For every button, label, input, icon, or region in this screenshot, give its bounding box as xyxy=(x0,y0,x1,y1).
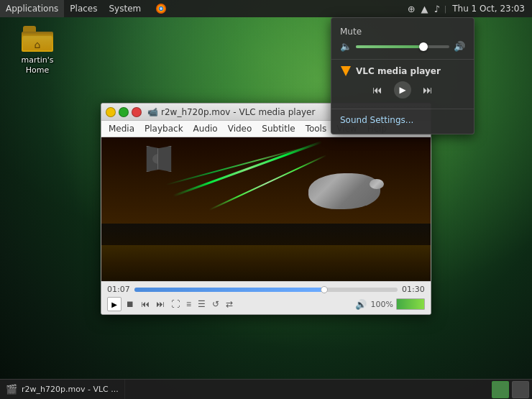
progress-track[interactable] xyxy=(134,288,398,292)
progress-row: 01:07 01:30 xyxy=(107,285,425,294)
taskbar-vlc-icon: 🎬 xyxy=(6,384,17,395)
vol-high-icon: 🔊 xyxy=(454,41,465,52)
vlc-controls-bar: 01:07 01:30 ▶ ⏹ ⏮ ⏭ ⛶ ≡ ☰ ↺ ⇄ 🔊 xyxy=(101,281,431,314)
taskbar: 🎬 r2w_h720p.mov - VLC ... xyxy=(0,379,532,399)
prev-button[interactable]: ⏮ xyxy=(139,298,152,311)
panel-right: ⊕ ▲ ♪ | Thu 1 Oct, 23:03 xyxy=(406,4,532,14)
stop-button[interactable]: ⏹ xyxy=(124,298,137,311)
vlc-section: VLC media player ⏮ ▶ ⏭ xyxy=(331,63,474,106)
panel-separator: | xyxy=(444,5,446,13)
progress-fill xyxy=(134,288,324,292)
current-time: 01:07 xyxy=(107,285,130,294)
home-folder-icon[interactable]: ⌂ martin's Home xyxy=(12,24,63,76)
volume-section: Mute 🔈 🔊 xyxy=(331,24,474,56)
total-time: 01:30 xyxy=(402,285,425,294)
mute-label: Mute xyxy=(340,27,465,37)
millennium-falcon-shape xyxy=(301,166,387,216)
desktop: Applications Places System ⊕ ▲ ♪ | Th xyxy=(0,0,532,399)
top-panel: Applications Places System ⊕ ▲ ♪ | Th xyxy=(0,0,532,17)
loop-button[interactable]: ↺ xyxy=(210,298,221,311)
panel-left: Applications Places System xyxy=(0,0,406,17)
vlc-window: 📹 r2w_h720p.mov - VLC media player Media… xyxy=(101,103,431,315)
menu-tools[interactable]: Tools xyxy=(301,122,331,135)
folder-image: ⌂ xyxy=(20,24,55,53)
bluetooth-icon[interactable]: ⊕ xyxy=(406,4,417,14)
volume-slider-row: 🔈 🔊 xyxy=(340,41,465,52)
controls-row: ▶ ⏹ ⏮ ⏭ ⛶ ≡ ☰ ↺ ⇄ 🔊 100% xyxy=(107,297,425,311)
menu-playback[interactable]: Playback xyxy=(140,122,188,135)
volume-thumb xyxy=(419,42,428,51)
vlc-app-name: VLC media player xyxy=(356,66,441,76)
firefox-launcher[interactable] xyxy=(147,0,173,17)
taskbar-right-btn-1[interactable] xyxy=(492,381,509,398)
volume-bar[interactable] xyxy=(396,298,425,310)
playlist-button[interactable]: ☰ xyxy=(196,298,208,311)
taskbar-right xyxy=(492,381,532,398)
volume-track[interactable] xyxy=(356,45,449,48)
svg-point-3 xyxy=(160,7,162,10)
vlc-title-icon: 📹 xyxy=(147,107,158,117)
taskbar-vlc-label: r2w_h720p.mov - VLC ... xyxy=(22,385,119,394)
folder-tab xyxy=(23,26,36,32)
close-button[interactable] xyxy=(132,107,142,117)
volume-control-area: 🔊 100% xyxy=(354,298,425,310)
window-controls xyxy=(106,107,142,117)
fullscreen-button[interactable]: ⛶ xyxy=(169,298,182,311)
applications-menu[interactable]: Applications xyxy=(0,0,64,17)
next-button[interactable]: ⏭ xyxy=(154,298,167,311)
folder-shape: ⌂ xyxy=(22,26,53,52)
progress-thumb xyxy=(321,286,328,293)
vlc-next-button[interactable]: ⏭ xyxy=(420,83,436,97)
video-area[interactable] xyxy=(101,137,431,281)
vlc-media-controls: ⏮ ▶ ⏭ xyxy=(340,81,465,98)
play-button[interactable]: ▶ xyxy=(107,297,121,311)
vlc-cone-shape xyxy=(341,66,351,76)
volume-percent-label: 100% xyxy=(371,300,393,309)
vlc-app-row: VLC media player xyxy=(340,65,465,77)
taskbar-right-btn-2[interactable] xyxy=(512,381,529,398)
popup-divider-2 xyxy=(331,109,474,109)
sound-settings-link[interactable]: Sound Settings... xyxy=(331,112,474,128)
popup-divider-1 xyxy=(331,59,474,60)
random-button[interactable]: ⇄ xyxy=(224,298,235,311)
menu-media[interactable]: Media xyxy=(104,122,139,135)
home-folder-label: martin's Home xyxy=(12,55,63,76)
falcon-body xyxy=(308,173,380,209)
volume-bar-fill xyxy=(397,299,424,309)
falcon-cockpit xyxy=(370,179,384,189)
minimize-button[interactable] xyxy=(106,107,116,117)
vlc-play-pause-button[interactable]: ▶ xyxy=(394,81,411,98)
menu-subtitle[interactable]: Subtitle xyxy=(257,122,299,135)
maximize-button[interactable] xyxy=(119,107,129,117)
firefox-icon xyxy=(155,3,167,14)
menu-video[interactable]: Video xyxy=(224,122,257,135)
system-menu[interactable]: System xyxy=(103,0,147,17)
places-menu[interactable]: Places xyxy=(64,0,103,17)
taskbar-vlc-item[interactable]: 🎬 r2w_h720p.mov - VLC ... xyxy=(0,380,125,399)
panel-time: Thu 1 Oct, 23:03 xyxy=(449,4,528,14)
scene-ground xyxy=(101,245,431,281)
volume-fill xyxy=(356,45,423,48)
vol-speaker-icon: 🔊 xyxy=(354,299,368,310)
home-symbol: ⌂ xyxy=(35,39,41,50)
menu-audio[interactable]: Audio xyxy=(189,122,222,135)
vlc-cone-icon xyxy=(340,65,352,77)
volume-icon[interactable]: ♪ xyxy=(433,4,441,14)
volume-popup: Mute 🔈 🔊 VLC media player ⏮ ▶ xyxy=(331,17,474,134)
folder-body: ⌂ xyxy=(22,32,53,52)
vol-low-icon: 🔈 xyxy=(340,41,352,52)
network-icon[interactable]: ▲ xyxy=(420,4,430,14)
vlc-prev-button[interactable]: ⏮ xyxy=(370,83,385,97)
extended-button[interactable]: ≡ xyxy=(184,298,193,311)
